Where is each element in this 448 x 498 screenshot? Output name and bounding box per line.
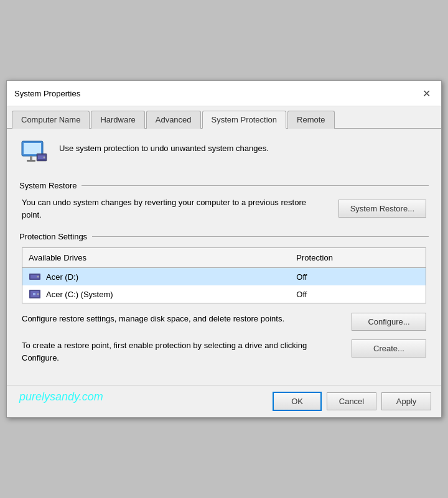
drive-icon-d (29, 272, 41, 282)
system-restore-section: System Restore You can undo system chang… (19, 181, 429, 221)
drive-c-label: Acer (C:) (System) (46, 290, 113, 299)
computer-icon (19, 139, 49, 168)
configure-button[interactable]: Configure... (352, 313, 426, 331)
tabs-container: Computer Name Hardware Advanced System P… (7, 106, 441, 129)
restore-description: You can undo system changes by reverting… (22, 196, 326, 221)
system-restore-title: System Restore (19, 181, 429, 190)
svg-rect-2 (30, 156, 32, 160)
main-content: Use system protection to undo unwanted s… (7, 129, 441, 385)
drive-icon-c (29, 289, 41, 299)
drive-cell: Acer (D:) (22, 268, 291, 286)
table-row[interactable]: Acer (D:) Off (22, 268, 426, 286)
header-description: Use system protection to undo unwanted s… (59, 139, 269, 155)
svg-rect-1 (24, 143, 41, 154)
drive-d-label: Acer (D:) (46, 272, 78, 282)
system-restore-body: You can undo system changes by reverting… (19, 196, 429, 221)
svg-point-9 (37, 276, 39, 278)
configure-row: Configure restore settings, manage disk … (22, 313, 426, 331)
create-description: To create a restore point, first enable … (22, 339, 339, 364)
create-row: To create a restore point, first enable … (22, 339, 426, 364)
close-button[interactable]: ✕ (419, 86, 434, 101)
tab-advanced[interactable]: Advanced (146, 111, 201, 129)
table-row[interactable]: Acer (C:) (System) Off (22, 285, 426, 303)
drives-table: Available Drives Protection (22, 247, 426, 303)
drive-c-protection: Off (290, 285, 426, 303)
system-properties-dialog: System Properties ✕ Computer Name Hardwa… (6, 80, 442, 418)
drive-d-protection: Off (290, 268, 426, 286)
cancel-button[interactable]: Cancel (327, 392, 376, 410)
restore-row: You can undo system changes by reverting… (22, 196, 426, 221)
system-restore-button[interactable]: System Restore... (338, 200, 426, 218)
ok-button[interactable]: OK (273, 392, 322, 411)
protection-settings-body: Available Drives Protection (19, 247, 429, 364)
col-protection: Protection (290, 248, 426, 268)
watermark: purelysandy.com (19, 390, 103, 403)
tab-system-protection[interactable]: System Protection (202, 111, 287, 129)
configure-description: Configure restore settings, manage disk … (22, 313, 339, 325)
tab-computer-name[interactable]: Computer Name (12, 111, 90, 129)
protection-settings-title: Protection Settings (19, 232, 429, 241)
svg-rect-13 (33, 293, 35, 295)
dialog-title: System Properties (14, 89, 80, 98)
svg-rect-3 (27, 160, 35, 162)
create-button[interactable]: Create... (352, 339, 426, 357)
svg-point-6 (44, 157, 45, 159)
title-bar: System Properties ✕ (7, 81, 441, 106)
tab-hardware[interactable]: Hardware (91, 111, 144, 129)
protection-settings-section: Protection Settings Available Drives Pro… (19, 232, 429, 364)
tab-remote[interactable]: Remote (287, 111, 335, 129)
col-available-drives: Available Drives (22, 248, 291, 268)
apply-button[interactable]: Apply (381, 392, 431, 410)
header-info: Use system protection to undo unwanted s… (19, 139, 429, 168)
bottom-bar: purelysandy.com OK Cancel Apply (7, 385, 441, 417)
drive-cell: Acer (C:) (System) (22, 285, 291, 303)
svg-point-12 (37, 293, 39, 295)
